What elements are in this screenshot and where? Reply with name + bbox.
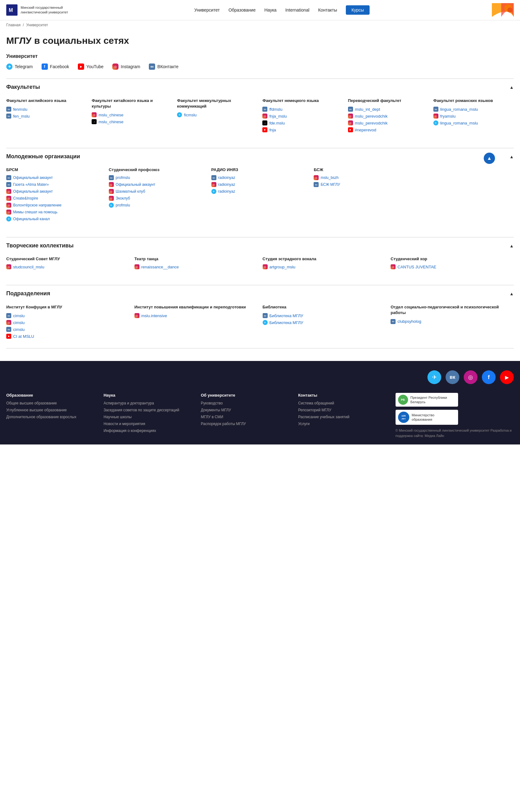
footer-link[interactable]: Углубленное высшее образование xyxy=(6,408,97,413)
footer-link[interactable]: Аспирантура и докторантура xyxy=(104,401,194,406)
faculty-link[interactable]: ✈ ficmslu xyxy=(177,112,257,117)
footer-link[interactable]: Расписание учебных занятий xyxy=(298,414,389,420)
vocal-title: Студия эстрадного вокала xyxy=(263,256,386,261)
org-link[interactable]: ✈ radioinyaz xyxy=(211,189,309,194)
faculty-link[interactable]: ▶ fnja xyxy=(262,127,343,132)
svg-point-3 xyxy=(508,7,513,12)
subdivisions-arrow-icon: ▲ xyxy=(510,291,514,296)
footer-link[interactable]: Информация о конференциях xyxy=(104,428,194,433)
subdiv-link[interactable]: ◎ mslu.intensive xyxy=(134,313,258,318)
faculty-link[interactable]: ♪ mslu_chinese xyxy=(92,119,172,124)
breadcrumb-home[interactable]: Главная xyxy=(6,23,21,27)
footer-link[interactable]: Общее высшее образование xyxy=(6,401,97,406)
instagram-icon: ◎ xyxy=(92,112,97,117)
creative-link[interactable]: ◎ CANTUS JUVENTAE xyxy=(391,264,514,269)
creative-link[interactable]: ◎ renaissance__dance xyxy=(134,264,258,269)
org-link[interactable]: вк radioinyaz xyxy=(211,175,309,180)
header-logo[interactable]: М Минский государственный лингвистически… xyxy=(6,4,75,16)
nav-international[interactable]: International xyxy=(285,7,309,12)
creative-section-header[interactable]: Творческие коллективы ▲ xyxy=(6,237,514,253)
social-link-instagram[interactable]: ◎ Instagram xyxy=(112,64,140,70)
subdiv-link[interactable]: вк Библиотека МГЛУ xyxy=(263,313,386,318)
nav-contacts[interactable]: Контакты xyxy=(318,7,337,12)
subdiv-link[interactable]: вк clubpsyholog xyxy=(391,319,514,324)
org-link[interactable]: вк БСЖ МГЛУ xyxy=(314,182,411,187)
footer-link[interactable]: Услуги xyxy=(298,421,389,427)
org-link[interactable]: ✈ profmslu xyxy=(109,203,206,208)
subdivisions-section-header[interactable]: Подразделения ▲ xyxy=(6,285,514,301)
scroll-to-top-button[interactable]: ▲ xyxy=(484,153,495,164)
org-link[interactable]: ◎ Шахматный клуб xyxy=(109,189,206,194)
org-link[interactable]: вк Газета «Alma Mater» xyxy=(6,182,104,187)
faculty-link[interactable]: ✈ lingua_romana_mslu xyxy=(433,121,514,125)
creative-link[interactable]: ◎ studcouncil_mslu xyxy=(6,264,129,269)
social-link-vk[interactable]: вк ВКонтакте xyxy=(149,64,178,70)
nav-university[interactable]: Университет xyxy=(194,7,219,12)
faculty-link[interactable]: вк ffdmslu xyxy=(262,107,343,112)
footer-vk-icon[interactable]: вк xyxy=(446,370,459,384)
creative-link[interactable]: ◎ artgroup_mslu xyxy=(263,264,386,269)
org-link[interactable]: ◎ Официальный аккаунт xyxy=(109,182,206,187)
subdiv-link[interactable]: вк cimslu xyxy=(6,313,129,318)
footer-about-title: Об университете xyxy=(201,393,292,398)
subdiv-link[interactable]: вк cimslu xyxy=(6,327,129,332)
footer-link[interactable]: Распорядок работы МГЛУ xyxy=(201,421,292,427)
social-link-telegram[interactable]: ✈ Telegram xyxy=(6,64,33,70)
footer-facebook-icon[interactable]: f xyxy=(482,370,496,384)
footer-link[interactable]: Документы МГЛУ xyxy=(201,408,292,413)
social-link-facebook[interactable]: f Facebook xyxy=(42,64,69,70)
faculty-link[interactable]: ◎ fnja_mslu xyxy=(262,113,343,119)
faculty-link[interactable]: ♪ fde.mslu xyxy=(262,121,343,125)
subdiv-link[interactable]: ◎ cimslu xyxy=(6,320,129,325)
footer-link[interactable]: Репозиторий МГЛУ xyxy=(298,408,389,413)
subdiv-link[interactable]: ▶ CI at MSLU xyxy=(6,334,129,339)
nav-science[interactable]: Наука xyxy=(264,7,277,12)
footer-link[interactable]: Система обращений xyxy=(298,401,389,406)
org-link[interactable]: ✈ Официальный канал xyxy=(6,217,104,222)
faculty-link[interactable]: вк fen_mslu xyxy=(6,113,87,119)
social-link-youtube[interactable]: ▶ YouTube xyxy=(78,64,104,70)
tiktok-icon: ♪ xyxy=(262,121,267,125)
org-link[interactable]: вк profmslu xyxy=(109,175,206,180)
org-link[interactable]: ◎ radioinyaz xyxy=(211,182,309,187)
nav-education[interactable]: Образование xyxy=(229,7,256,12)
faculties-section-header[interactable]: Факультеты ▲ xyxy=(6,79,514,95)
faculty-link[interactable]: ◎ mslu_perevodchik xyxy=(348,113,428,119)
faculty-link[interactable]: вк lingua_romana_mslu xyxy=(433,107,514,112)
youth-section-header[interactable]: Молодежные организации ▲ xyxy=(6,148,514,164)
footer-instagram-icon[interactable]: ◎ xyxy=(464,370,477,384)
org-link[interactable]: ◎ Волонтёрское направление xyxy=(6,203,104,208)
org-col-brsm: БРСМ вк Официальный аккаунт вк Газета «A… xyxy=(6,167,104,222)
org-link[interactable]: ◎ Экоклуб xyxy=(109,196,206,201)
subdiv-link[interactable]: ✈ Библиотека МГЛУ xyxy=(263,320,386,325)
faculty-link[interactable]: вк fenmslu xyxy=(6,107,87,112)
footer-link[interactable]: Новости и мероприятия xyxy=(104,421,194,427)
footer-link[interactable]: Научные школы xyxy=(104,414,194,420)
faculty-link[interactable]: ▶ #neperevod xyxy=(348,127,428,132)
footer-president-badge[interactable]: РБ Президент Республики Беларусь xyxy=(395,393,458,407)
org-link[interactable]: вк Официальный аккаунт xyxy=(6,175,104,180)
creative-col-studcouncil: Студенческий Совет МГЛУ ◎ studcouncil_ms… xyxy=(6,256,129,269)
footer-education-title: Образование xyxy=(6,393,97,398)
footer-telegram-icon[interactable]: ✈ xyxy=(427,370,441,384)
faculty-link[interactable]: ◎ fryamslu xyxy=(433,113,514,119)
telegram-icon: ✈ xyxy=(6,64,12,70)
footer-youtube-icon[interactable]: ▶ xyxy=(500,370,514,384)
faculty-link[interactable]: ◎ mslu_perevodchik xyxy=(348,121,428,125)
org-link[interactable]: ◎ Create&Inspire xyxy=(6,196,104,201)
footer-link[interactable]: Заседания советов по защите диссертаций xyxy=(104,408,194,413)
footer-ministry-badge[interactable]: 105лет Министерство образования xyxy=(395,410,458,425)
org-link[interactable]: ◎ mslu_bszh xyxy=(314,175,411,180)
faculty-link[interactable]: вк mslu_int_dept xyxy=(348,107,428,112)
choir-title: Студенческий хор xyxy=(391,256,514,261)
instagram-icon: ◎ xyxy=(134,313,139,318)
org-link[interactable]: ◎ Мимы спешат на помощь xyxy=(6,209,104,214)
faculty-link[interactable]: ◎ mslu_chinese xyxy=(92,112,172,117)
footer-link[interactable]: Руководство xyxy=(201,401,292,406)
footer-link[interactable]: МГЛУ в СМИ xyxy=(201,414,292,420)
org-link[interactable]: ◎ Официальный аккаунт xyxy=(6,189,104,194)
vk-icon: вк xyxy=(6,113,11,119)
footer-link[interactable]: Дополнительное образование взрослых xyxy=(6,414,97,420)
nav-kursy[interactable]: Курсы xyxy=(346,5,370,15)
creative-arrow-icon: ▲ xyxy=(510,243,514,248)
